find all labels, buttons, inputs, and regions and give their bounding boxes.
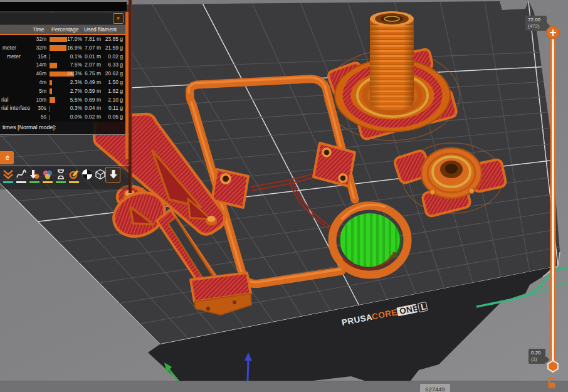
percentage-bar — [50, 88, 52, 94]
feature-time: 10m — [29, 96, 46, 105]
frame-lug — [313, 143, 355, 186]
percentage-bar — [50, 106, 50, 112]
table-row: 4m2.3%0.49 m1.50 g — [0, 78, 127, 87]
legend-panel: ▼ Time Percentage Used filament 32m17.0%… — [0, 0, 130, 189]
feature-percent: 0.0% — [61, 113, 82, 122]
frame-ring-support — [332, 205, 408, 275]
icon-underline — [16, 181, 26, 183]
feature-length: 7.07 m — [82, 44, 101, 53]
tool-marker-icon[interactable] — [108, 169, 119, 180]
custom-gcode-icon[interactable] — [68, 169, 80, 180]
percentage-bar — [50, 115, 50, 120]
horizontal-move-slider-bar[interactable] — [0, 381, 568, 392]
slider-bottom-handle[interactable] — [548, 361, 558, 372]
retractions-icon[interactable] — [29, 169, 40, 180]
feature-time: 4m — [29, 78, 46, 87]
feature-percent: 2.7% — [61, 87, 82, 96]
feature-weight: 21.59 g — [101, 44, 123, 53]
feature-percent: 17.0% — [61, 35, 82, 44]
center-of-mass-icon[interactable] — [82, 169, 93, 180]
icon-underline — [43, 181, 53, 183]
feature-time: 14m — [29, 61, 46, 70]
feature-time: 46m — [29, 70, 46, 78]
feature-weight: 23.85 g — [101, 35, 123, 44]
feature-percent: 2.3% — [61, 78, 82, 87]
feature-time: 30s — [29, 104, 46, 113]
column-header-used-filament: Used filament — [84, 25, 117, 34]
feature-percent: 0.1% — [61, 53, 82, 61]
percentage-bar — [50, 80, 52, 86]
legend-side-button[interactable]: é — [0, 151, 14, 164]
column-header-time: Time — [33, 25, 45, 34]
feature-weight: 1.50 g — [101, 78, 123, 87]
table-row: 14m7.5%2.07 m6.33 g — [0, 61, 127, 70]
table-row: meter32m16.9%7.07 m21.59 g — [0, 44, 127, 53]
feature-length: 0.02 m — [82, 113, 101, 122]
lock-open-icon[interactable] — [545, 376, 558, 389]
feature-time: 5m — [29, 87, 46, 96]
legend-toolbar — [0, 166, 130, 189]
pause-prints-icon[interactable] — [55, 169, 66, 180]
legend-table-header: Time Percentage Used filament — [0, 25, 127, 34]
feature-weight: 0.11 g — [101, 104, 123, 113]
percentage-bar — [50, 54, 50, 60]
feature-weight: 1.82 g — [101, 87, 123, 96]
table-row: rial10m5.5%0.69 m2.10 g — [0, 96, 127, 105]
move-index-chip: 627449 — [420, 384, 450, 392]
feature-weight: 20.62 g — [101, 70, 123, 78]
table-row: 5m2.7%0.59 m1.82 g — [0, 87, 127, 96]
separator — [0, 134, 129, 135]
wipe-icon[interactable] — [16, 169, 27, 180]
percentage-bar — [50, 63, 57, 68]
icon-underline — [56, 181, 66, 183]
feature-label: rial interface — [0, 104, 30, 113]
slider-bottom-tooltip: 0.20 (1) — [529, 349, 545, 364]
feature-weight: 0.05 g — [101, 113, 123, 122]
feature-percent: 24.3% — [61, 70, 82, 78]
feature-weight: 0.02 g — [101, 53, 123, 61]
feature-label: rial — [0, 96, 8, 105]
table-row: meter15s0.1%0.01 m0.02 g — [0, 53, 127, 61]
bottom-layer-number: (1) — [531, 356, 543, 363]
feature-time: 32m — [29, 35, 46, 44]
table-row: 5s0.0%0.02 m0.05 g — [0, 113, 127, 122]
icon-underline — [29, 181, 39, 183]
feature-length: 7.81 m — [82, 35, 101, 44]
feature-length: 0.49 m — [82, 78, 101, 87]
color-changes-icon[interactable] — [42, 169, 53, 180]
slider-top-tooltip: 72.00 (472) — [525, 16, 547, 31]
view-type-dropdown[interactable]: ▼ — [0, 12, 127, 24]
feature-time: 15s — [29, 53, 46, 61]
column-header-percentage: Percentage — [51, 25, 78, 34]
table-row: rial interface30s0.3%0.04 m0.11 g — [0, 104, 127, 113]
feature-time: 5s — [29, 113, 46, 122]
gcode-viewer: PRUSA CORE ONE L — [0, 0, 568, 392]
feature-length: 0.01 m — [82, 53, 101, 61]
percentage-bar — [50, 97, 55, 103]
feature-percent: 16.9% — [61, 44, 82, 53]
feature-length: 0.69 m — [82, 96, 101, 105]
icon-underline — [69, 181, 79, 183]
panel-right-border — [125, 12, 129, 159]
table-row: 46m24.3%6.75 m20.62 g — [0, 70, 127, 78]
feature-percent: 0.3% — [61, 104, 82, 113]
feature-weight: 6.33 g — [101, 61, 123, 70]
feature-label: meter — [0, 53, 21, 61]
top-layer-height: 72.00 — [528, 17, 544, 23]
table-row: 32m17.0%7.81 m23.85 g — [0, 35, 127, 44]
legend-titlebar — [0, 2, 127, 11]
bottom-layer-height: 0.20 — [531, 350, 543, 356]
feature-length: 0.04 m — [82, 104, 101, 113]
feature-percent: 5.5% — [61, 96, 82, 105]
shells-icon[interactable] — [95, 169, 106, 180]
travel-icon[interactable] — [3, 169, 14, 180]
feature-weight: 2.10 g — [101, 96, 123, 105]
feature-time: 32m — [29, 44, 46, 53]
legend-table: 32m17.0%7.81 m23.85 gmeter32m16.9%7.07 m… — [0, 35, 127, 122]
frame-lug — [212, 169, 248, 208]
icon-underline — [3, 181, 13, 183]
feature-length: 6.75 m — [82, 70, 101, 78]
feature-percent: 7.5% — [61, 61, 82, 70]
feature-length: 2.07 m — [82, 61, 101, 70]
chevron-down-icon[interactable]: ▼ — [113, 13, 124, 24]
